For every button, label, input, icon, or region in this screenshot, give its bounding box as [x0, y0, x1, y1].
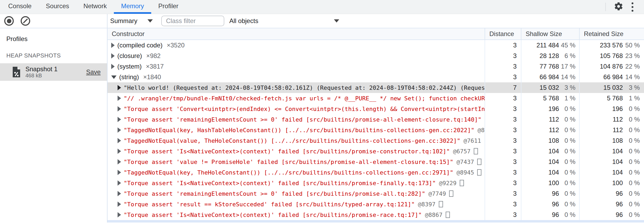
triangle-right-icon[interactable]: [118, 138, 121, 143]
constructor-cell: "Torque assert 'result == kStoreSucceded…: [108, 199, 485, 209]
triangle-right-icon[interactable]: [111, 43, 115, 48]
table-row[interactable]: "Torque assert 'value != PromiseHole' fa…: [108, 157, 644, 167]
retained-size-value: 96: [616, 200, 623, 208]
triangle-right-icon[interactable]: [118, 149, 121, 154]
more-options-button[interactable]: [625, 0, 639, 14]
triangle-right-icon[interactable]: [118, 202, 121, 207]
tab-sources[interactable]: Sources: [39, 0, 76, 14]
triangle-down-icon[interactable]: [111, 75, 117, 79]
table-row[interactable]: "Torque assert 'Is<NativeContext>(contex…: [108, 178, 644, 188]
distance-cell: 3: [485, 114, 521, 125]
settings-button[interactable]: [612, 0, 625, 14]
record-heap-snapshot-button[interactable]: [4, 16, 14, 26]
retained-size-value: 5 768: [607, 95, 623, 102]
shallow-size-cell: 28 1286 %: [521, 51, 579, 61]
shallow-size-percent: 17 %: [559, 63, 579, 70]
snapshot-texts: Snapshot 1 468 kB: [25, 65, 86, 79]
class-filter-input[interactable]: [161, 16, 224, 26]
triangle-right-icon[interactable]: [111, 64, 115, 69]
shallow-size-percent: 3 %: [559, 84, 579, 91]
table-row[interactable]: "Torque assert 'Is<NativeContext>(contex…: [108, 146, 644, 157]
table-row[interactable]: (string)×1840366 98414 %66 98414 %: [108, 72, 644, 82]
shallow-size-cell: 77 76817 %: [521, 61, 579, 72]
triangle-right-icon[interactable]: [118, 106, 121, 112]
constructor-cell: "// .wrangler/tmp/bundle-FmNIt0/checked-…: [108, 93, 485, 104]
column-header-retained-size[interactable]: Retained Size: [579, 28, 644, 39]
triangle-right-icon[interactable]: [118, 85, 121, 90]
shallow-size-percent: 0 %: [559, 211, 579, 218]
constructor-cell: "Torque assert 'value != PromiseHole' fa…: [108, 157, 485, 167]
table-row[interactable]: "TaggedNotEqual(key, TheHoleConstant()) …: [108, 167, 644, 178]
instance-count: ×3817: [146, 63, 164, 70]
distance-cell: 7: [485, 82, 521, 93]
triangle-right-icon[interactable]: [118, 180, 121, 186]
triangle-right-icon[interactable]: [118, 117, 121, 122]
table-row[interactable]: "Torque assert 'result == kStoreSucceded…: [108, 199, 644, 209]
column-header-constructor[interactable]: Constructor: [108, 28, 485, 39]
triangle-right-icon[interactable]: [118, 96, 121, 101]
perspective-select[interactable]: Summary: [110, 17, 154, 25]
save-snapshot-link[interactable]: Save: [86, 68, 101, 76]
table-row[interactable]: (system)×3817377 76817 %104 87622 %: [108, 61, 644, 72]
clear-profiles-button[interactable]: [21, 16, 30, 26]
triangle-right-icon[interactable]: [118, 159, 121, 164]
table-row[interactable]: "Torque assert 'Convert<uintptr>(endInde…: [108, 104, 644, 114]
object-id: @8397: [418, 201, 435, 208]
object-id: @7437: [457, 159, 474, 165]
shallow-size-cell: 1040 %: [521, 146, 579, 157]
table-row[interactable]: (compiled code)×35203211 48445 %233 5765…: [108, 40, 644, 51]
retained-size-cell: 104 87622 %: [579, 61, 644, 72]
triangle-right-icon[interactable]: [118, 170, 121, 175]
tab-memory[interactable]: Memory: [114, 0, 151, 14]
tab-network[interactable]: Network: [76, 0, 114, 14]
retained-size-percent: 0 %: [623, 148, 644, 155]
shallow-size-value: 100: [548, 179, 559, 187]
shallow-size-value: 96: [552, 211, 559, 218]
object-id: @6757: [453, 148, 471, 155]
column-header-distance[interactable]: Distance: [485, 28, 521, 39]
distance-cell: 3: [485, 93, 521, 104]
table-row[interactable]: "Torque assert 'remainingElementsCount >…: [108, 188, 644, 199]
triangle-right-icon[interactable]: [118, 127, 121, 133]
shallow-size-percent: 0 %: [559, 190, 579, 197]
table-row[interactable]: "// .wrangler/tmp/bundle-FmNIt0/checked-…: [108, 93, 644, 104]
constructor-cell: "Torque assert 'Is<NativeContext>(contex…: [108, 146, 485, 157]
string-value: "Torque assert 'remainingElementsCount >…: [124, 116, 481, 123]
tab-console[interactable]: Console: [1, 0, 39, 14]
panel-content: Profiles HEAP SNAPSHOTS Snapshot 1 468 k…: [0, 28, 644, 222]
retained-size-cell: 960 %: [579, 199, 644, 209]
string-value: "Torque assert 'result == kStoreSucceded…: [124, 201, 415, 208]
shallow-size-value: 104: [548, 169, 559, 176]
object-scope-select[interactable]: All objects: [229, 17, 339, 25]
triangle-right-icon[interactable]: [118, 191, 121, 196]
table-row[interactable]: "TaggedNotEqual(value, TheHoleConstant()…: [108, 135, 644, 146]
shallow-size-value: 211 484: [536, 42, 559, 49]
retained-size-cell: 66 98414 %: [579, 72, 644, 82]
sidebar-item-snapshot-1[interactable]: Snapshot 1 468 kB Save: [0, 63, 107, 81]
table-row[interactable]: "TaggedNotEqual(key, HashTableHoleConsta…: [108, 125, 644, 135]
string-value: "Torque assert 'Is<NativeContext>(contex…: [124, 148, 450, 155]
column-header-shallow-size[interactable]: Shallow Size: [521, 28, 579, 39]
retained-size-value: 15 032: [603, 84, 623, 91]
string-value: "Torque assert 'Convert<uintptr>(endInde…: [124, 106, 485, 112]
table-row[interactable]: "Torque assert 'Is<NativeContext>(contex…: [108, 209, 644, 220]
tab-profiler[interactable]: Profiler: [151, 0, 186, 14]
constructor-cell: "Hello world! (Requested at: 2024-08-19T…: [108, 82, 485, 93]
snapshot-size: 468 kB: [25, 73, 86, 79]
retained-size-value: 112: [613, 116, 623, 123]
triangle-right-icon[interactable]: [118, 212, 121, 217]
table-row[interactable]: "Hello world! (Requested at: 2024-08-19T…: [108, 82, 644, 93]
string-value: "Torque assert 'remainingElementsCount >…: [124, 190, 425, 197]
retained-size-value: 104: [612, 148, 623, 155]
object-id: @8945: [457, 169, 474, 176]
table-row[interactable]: "Torque assert 'remainingElementsCount >…: [108, 114, 644, 125]
retained-size-percent: 22 %: [623, 63, 644, 70]
retained-size-percent: 0 %: [623, 200, 644, 208]
snapshot-name: Snapshot 1: [25, 65, 86, 73]
distance-cell: 3: [485, 72, 521, 82]
shallow-size-cell: 1000 %: [521, 178, 579, 188]
triangle-right-icon[interactable]: [111, 53, 115, 59]
retained-size-value: 112: [613, 126, 623, 134]
table-row[interactable]: (closure)×982328 1286 %105 76823 %: [108, 51, 644, 61]
retained-size-cell: 1000 %: [579, 178, 644, 188]
